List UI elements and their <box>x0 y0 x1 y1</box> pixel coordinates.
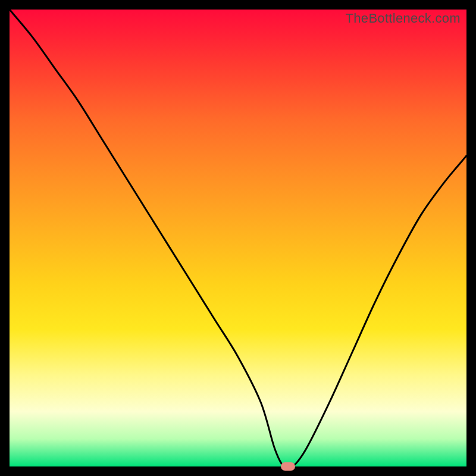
optimal-point-marker <box>281 462 295 471</box>
watermark-label: TheBottleneck.com <box>346 11 461 26</box>
plot-area: TheBottleneck.com <box>10 10 466 466</box>
bottleneck-curve <box>10 10 466 466</box>
chart-frame: TheBottleneck.com <box>0 0 476 476</box>
